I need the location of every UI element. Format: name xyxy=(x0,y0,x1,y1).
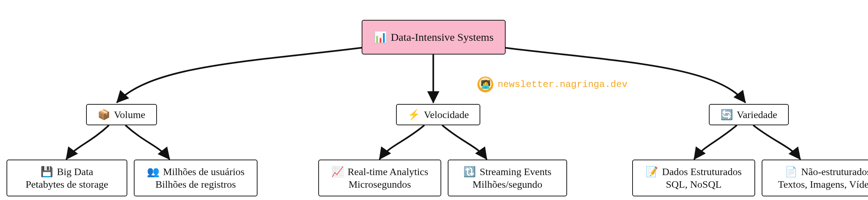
structured-title: Dados Estruturados xyxy=(662,165,741,178)
root-label: Data-Intensive Systems xyxy=(391,30,493,44)
node-streaming: 🔃 Streaming Events Milhões/segundo xyxy=(448,160,567,196)
streaming-title: Streaming Events xyxy=(480,165,551,178)
watermark-text: newsletter.nagringa.dev xyxy=(498,79,627,90)
watermark[interactable]: 🧑‍💻 newsletter.nagringa.dev xyxy=(477,77,627,92)
users-icon: 👥 xyxy=(147,165,159,178)
realtime-subtitle: Microsegundos xyxy=(349,178,411,191)
structured-subtitle: SQL, NoSQL xyxy=(666,178,722,191)
bolt-icon: ⚡ xyxy=(408,108,420,121)
package-icon: 📦 xyxy=(98,108,110,121)
trend-icon: 📈 xyxy=(331,165,344,178)
memo-icon: 📝 xyxy=(646,165,658,178)
page-icon: 📄 xyxy=(785,165,797,178)
unstructured-title: Não-estruturados xyxy=(801,165,868,178)
node-velocidade: ⚡ Velocidade xyxy=(396,104,480,125)
refresh-icon: 🔄 xyxy=(720,108,733,121)
bigdata-title: Big Data xyxy=(57,165,93,178)
node-users: 👥 Milhões de usuários Bilhões de registr… xyxy=(134,160,258,196)
chart-icon: 📊 xyxy=(374,30,387,44)
volume-label: Volume xyxy=(114,108,145,121)
variedade-label: Variedade xyxy=(737,108,777,121)
node-unstructured: 📄 Não-estruturados Textos, Imagens, Víde… xyxy=(762,160,868,196)
users-title: Milhões de usuários xyxy=(163,165,245,178)
unstructured-subtitle: Textos, Imagens, Vídeos xyxy=(778,178,868,191)
streaming-subtitle: Milhões/segundo xyxy=(473,178,542,191)
diagram-canvas: { "root": { "icon": "📊", "label": "Data-… xyxy=(0,0,868,200)
velocidade-label: Velocidade xyxy=(424,108,469,121)
realtime-title: Real-time Analytics xyxy=(348,165,428,178)
node-volume: 📦 Volume xyxy=(86,104,157,125)
node-bigdata: 💾 Big Data Petabytes de storage xyxy=(7,160,127,196)
users-subtitle: Bilhões de registros xyxy=(156,178,236,191)
bigdata-subtitle: Petabytes de storage xyxy=(26,178,109,191)
floppy-icon: 💾 xyxy=(41,165,53,178)
node-variedade: 🔄 Variedade xyxy=(709,104,789,125)
watermark-logo-icon: 🧑‍💻 xyxy=(477,77,493,92)
node-realtime: 📈 Real-time Analytics Microsegundos xyxy=(318,160,441,196)
cycle-icon: 🔃 xyxy=(463,165,476,178)
node-root: 📊 Data-Intensive Systems xyxy=(362,20,506,55)
node-structured: 📝 Dados Estruturados SQL, NoSQL xyxy=(632,160,755,196)
